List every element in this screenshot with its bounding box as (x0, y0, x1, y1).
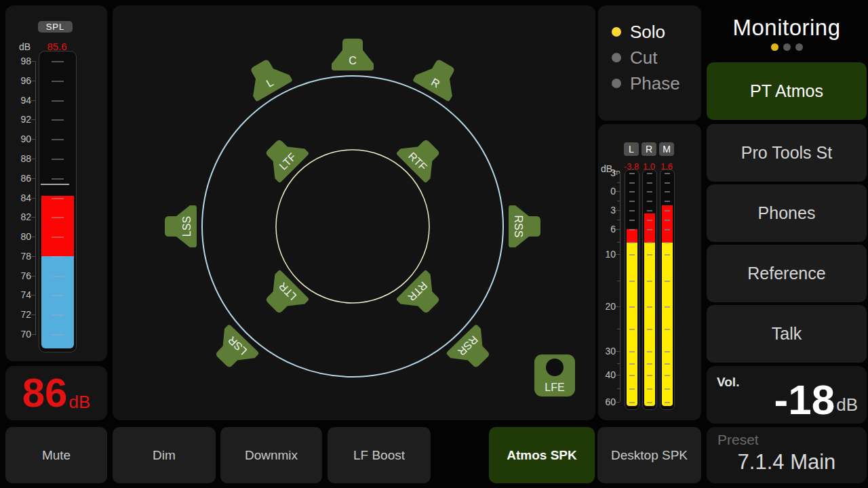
spl-readout: 86 dB (5, 366, 107, 420)
spl-scale-tick (31, 276, 35, 277)
tp-meter-dash (665, 281, 670, 282)
tp-meter-dash (665, 210, 670, 211)
tp-meter-dash (629, 229, 635, 230)
tp-meter-dash (629, 306, 635, 308)
tp-meter-dash (647, 375, 652, 376)
tp-meter-dash (647, 402, 652, 403)
speaker-ltf[interactable]: LTF (257, 131, 309, 183)
tp-meter-dash (665, 254, 670, 256)
source-button-phones[interactable]: Phones (707, 184, 867, 242)
bottom-button-desktop-spk[interactable]: Desktop SPK (597, 427, 701, 483)
speaker-c[interactable]: C (332, 39, 374, 70)
spl-meter-dash (52, 119, 64, 121)
tp-axis-line (620, 173, 620, 402)
spl-scale-tick (31, 334, 35, 335)
speaker-lss[interactable]: LSS (165, 205, 197, 247)
solo-cut-phase-panel: SoloCutPhase (598, 5, 701, 121)
spl-scale-tick (31, 314, 35, 315)
mode-item-solo[interactable]: Solo (598, 19, 701, 45)
tp-scale-label: 3 (598, 167, 616, 178)
speaker-r[interactable]: R (412, 54, 465, 102)
tp-scale-label: 0 (598, 186, 616, 197)
spl-scale-label: 96 (5, 75, 31, 86)
tp-meter-dash (629, 191, 635, 192)
source-button-pro-tools-st[interactable]: Pro Tools St (707, 124, 867, 182)
tp-meter-bar-m (660, 169, 675, 410)
tp-channel-badge-m: M (659, 142, 674, 156)
speaker-rtf[interactable]: RTF (396, 131, 448, 183)
speaker-rss[interactable]: RSS (509, 205, 540, 247)
spl-scale-tick (31, 139, 35, 140)
tp-scale-tick (616, 191, 620, 192)
tp-meter-dash (665, 306, 670, 308)
true-peak-meters-panel: dBTP 30361020304060L-3.8R1.0M1.6 (598, 124, 701, 420)
speaker-rtr[interactable]: RTR (396, 270, 448, 322)
tp-minor-tick (617, 388, 620, 389)
tp-meter-bar-r (642, 169, 657, 410)
tp-meter-dash (665, 182, 670, 184)
speaker-lsr[interactable]: LSR (207, 324, 259, 376)
inner-ring (276, 150, 429, 303)
bottom-button-lf-boost[interactable]: LF Boost (328, 427, 431, 483)
tp-meter-dash (629, 281, 635, 282)
lfe-driver-icon (546, 359, 564, 376)
spl-scale-tick (31, 119, 35, 120)
tp-scale-tick (616, 229, 620, 230)
bottom-button-dim[interactable]: Dim (113, 427, 216, 483)
tp-scale-tick (616, 402, 620, 403)
tp-meter-dash (629, 210, 635, 211)
preset-selector[interactable]: Preset 7.1.4 Main (707, 427, 867, 483)
tp-meter-dash (647, 201, 652, 202)
tp-minor-tick (617, 242, 620, 243)
speaker-rsr[interactable]: RSR (446, 324, 498, 376)
tp-meter-dash (665, 220, 670, 221)
tp-meter-dash (665, 229, 670, 230)
speaker-map: CLRLSSRSSLSRRSRLTFRTFLTRRTRLFE (113, 5, 595, 420)
tp-meter-dash (647, 254, 652, 256)
mode-item-cut[interactable]: Cut (598, 45, 701, 70)
tp-meter-dash (647, 351, 652, 352)
source-button-talk[interactable]: Talk (707, 305, 867, 363)
volume-control[interactable]: Vol. -18 dB (707, 366, 867, 424)
bottom-button-mute[interactable]: Mute (5, 427, 107, 483)
tp-minor-tick (617, 201, 620, 201)
tp-scale-tick (616, 210, 620, 211)
tp-meter-dash (629, 402, 635, 403)
volume-value: -18 (774, 380, 835, 420)
tp-scale-label: 6 (598, 224, 616, 235)
tp-meter-dash (665, 388, 670, 390)
monitoring-header: Monitoring (707, 5, 867, 60)
tp-meter-dash (647, 220, 652, 221)
spl-meter-dash (52, 334, 64, 336)
tp-minor-tick (617, 363, 620, 364)
bottom-button-downmix[interactable]: Downmix (220, 427, 322, 483)
speaker-l[interactable]: L (241, 54, 293, 102)
preset-label: Preset (717, 432, 759, 448)
mode-item-phase[interactable]: Phase (598, 70, 701, 96)
tp-scale-tick (616, 375, 620, 375)
tp-meter-dash (647, 281, 652, 282)
source-button-reference[interactable]: Reference (707, 245, 867, 302)
spl-peak-hold-line (41, 184, 69, 185)
spl-scale-label: 82 (5, 211, 31, 222)
spl-scale-label: 78 (5, 251, 31, 262)
outer-ring (202, 76, 503, 377)
spl-readout-value: 86 (22, 373, 68, 413)
bottom-button-atmos-spk[interactable]: Atmos SPK (489, 427, 595, 483)
mode-dot-phase (612, 79, 621, 88)
tp-meter-dash (629, 220, 635, 221)
speaker-lfe[interactable]: LFE (534, 354, 575, 396)
spl-meter-dash (52, 217, 64, 218)
spl-badge: SPL (38, 21, 73, 33)
spl-meter-dash (52, 178, 64, 180)
tp-minor-tick (617, 281, 620, 281)
tp-scale-label: 60 (598, 396, 616, 407)
source-button-pt-atmos[interactable]: PT Atmos (707, 62, 867, 120)
monitoring-app: SPL dB 85.6 9896949290888684828078767472… (0, 0, 868, 488)
page-dot-1 (783, 43, 791, 51)
spl-meter-dash (52, 139, 64, 140)
mode-dot-solo (612, 27, 621, 37)
tp-yellow-fill (644, 243, 655, 406)
tp-scale-tick (616, 173, 620, 174)
speaker-ltr[interactable]: LTR (257, 270, 309, 322)
